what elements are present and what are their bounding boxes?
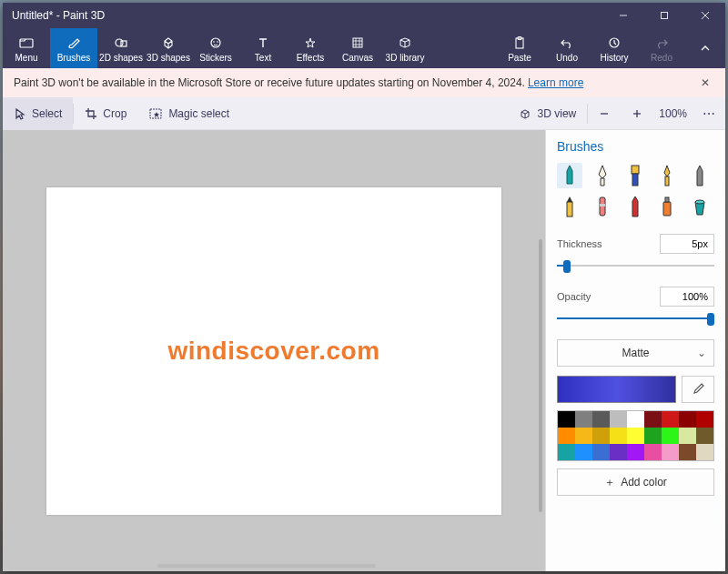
palette-swatch[interactable]	[558, 411, 575, 428]
palette-swatch[interactable]	[696, 444, 713, 460]
effects-label: Effects	[297, 53, 324, 63]
pixel-pen-brush[interactable]	[687, 163, 713, 188]
svg-rect-23	[632, 174, 638, 186]
palette-swatch[interactable]	[575, 428, 592, 444]
redo-icon	[654, 35, 669, 51]
main-area: windiscover.com Brushes Thickness	[3, 130, 725, 571]
palette-swatch[interactable]	[610, 444, 627, 460]
close-button[interactable]	[684, 3, 725, 28]
select-label: Select	[32, 107, 62, 120]
paste-button[interactable]: Paste	[496, 28, 543, 68]
more-options-button[interactable]: ⋯	[693, 97, 725, 130]
palette-swatch[interactable]	[575, 444, 592, 460]
zoom-in-button[interactable]	[621, 97, 653, 130]
palette-swatch[interactable]	[610, 428, 627, 444]
palette-swatch[interactable]	[644, 411, 662, 428]
marker-brush[interactable]	[557, 163, 582, 188]
undo-button[interactable]: Undo	[543, 28, 591, 68]
palette-swatch[interactable]	[644, 428, 662, 444]
text-label: Text	[255, 53, 271, 63]
paste-icon	[513, 35, 526, 51]
material-select[interactable]: Matte ⌄	[557, 339, 714, 367]
palette-swatch[interactable]	[592, 444, 610, 460]
canvas-tab[interactable]: Canvas	[334, 28, 381, 68]
folder-icon	[19, 35, 34, 51]
menu-button[interactable]: Menu	[3, 28, 50, 68]
eraser-brush[interactable]	[590, 194, 615, 219]
palette-swatch[interactable]	[679, 428, 696, 444]
cursor-icon	[14, 107, 26, 120]
3d-library-tab[interactable]: 3D library	[381, 28, 429, 68]
select-tool[interactable]: Select	[3, 97, 73, 130]
text-icon	[256, 35, 270, 51]
color-palette	[557, 410, 714, 461]
redo-button[interactable]: Redo	[638, 28, 685, 68]
zoom-out-button[interactable]	[588, 97, 621, 130]
add-color-button[interactable]: ＋ Add color	[557, 468, 714, 496]
paste-label: Paste	[508, 53, 531, 63]
2d-shapes-label: 2D shapes	[99, 53, 143, 63]
palette-swatch[interactable]	[627, 411, 644, 428]
material-label: Matte	[622, 347, 649, 359]
current-color-swatch[interactable]	[557, 376, 676, 403]
3d-library-label: 3D library	[386, 53, 425, 63]
pencil-brush[interactable]	[557, 194, 582, 219]
side-panel: Brushes Thickness Opacit	[545, 130, 725, 571]
effects-tab[interactable]: Effects	[287, 28, 334, 68]
canvas-area[interactable]: windiscover.com	[3, 130, 545, 571]
chevron-down-icon: ⌄	[697, 347, 706, 359]
palette-swatch[interactable]	[610, 411, 627, 428]
calligraphy-pen-brush[interactable]	[590, 163, 615, 188]
notification-link[interactable]: Learn more	[528, 76, 583, 89]
palette-swatch[interactable]	[558, 428, 575, 444]
3d-view-button[interactable]: 3D view	[507, 97, 588, 130]
horizontal-scrollbar[interactable]	[157, 564, 376, 568]
crayon-brush[interactable]	[622, 194, 648, 219]
palette-swatch[interactable]	[644, 444, 662, 460]
3d-shapes-tab[interactable]: 3D shapes	[145, 28, 192, 68]
3d-shapes-label: 3D shapes	[147, 53, 190, 63]
effects-icon	[303, 35, 318, 51]
palette-swatch[interactable]	[662, 444, 679, 460]
brushes-tab[interactable]: Brushes	[50, 28, 97, 68]
palette-swatch[interactable]	[592, 411, 610, 428]
minimize-button[interactable]	[602, 3, 643, 28]
eyedropper-button[interactable]	[682, 376, 714, 403]
palette-swatch[interactable]	[662, 411, 679, 428]
history-button[interactable]: History	[591, 28, 638, 68]
palette-swatch[interactable]	[575, 411, 592, 428]
svg-rect-4	[20, 39, 33, 47]
notification-close-button[interactable]: ✕	[696, 76, 714, 89]
vertical-scrollbar[interactable]	[539, 239, 542, 512]
palette-swatch[interactable]	[696, 411, 713, 428]
oil-brush[interactable]	[622, 163, 648, 188]
opacity-input[interactable]	[660, 287, 714, 307]
svg-rect-29	[665, 197, 669, 202]
svg-rect-24	[665, 176, 669, 186]
text-tab[interactable]: Text	[239, 28, 287, 68]
notification-bar: Paint 3D won't be available in the Micro…	[3, 68, 725, 97]
palette-swatch[interactable]	[679, 444, 696, 460]
palette-swatch[interactable]	[592, 428, 610, 444]
palette-swatch[interactable]	[679, 411, 696, 428]
canvas[interactable]: windiscover.com	[46, 187, 501, 515]
opacity-slider[interactable]	[557, 310, 714, 327]
2d-shapes-tab[interactable]: 2D shapes	[97, 28, 145, 68]
watercolor-brush[interactable]	[654, 163, 680, 188]
spray-can-brush[interactable]	[654, 194, 680, 219]
magic-select-tool[interactable]: Magic select	[137, 97, 240, 130]
thickness-input[interactable]	[660, 234, 714, 254]
palette-swatch[interactable]	[627, 444, 644, 460]
palette-swatch[interactable]	[662, 428, 679, 444]
ribbon-collapse-button[interactable]	[685, 28, 725, 68]
palette-swatch[interactable]	[627, 428, 644, 444]
palette-swatch[interactable]	[696, 428, 713, 444]
fill-brush[interactable]	[687, 194, 713, 219]
stickers-tab[interactable]: Stickers	[192, 28, 239, 68]
crop-icon	[85, 107, 97, 120]
zoom-level[interactable]: 100%	[653, 107, 693, 120]
thickness-slider[interactable]	[557, 257, 714, 274]
crop-tool[interactable]: Crop	[74, 97, 137, 130]
maximize-button[interactable]	[643, 3, 684, 28]
palette-swatch[interactable]	[558, 444, 575, 460]
